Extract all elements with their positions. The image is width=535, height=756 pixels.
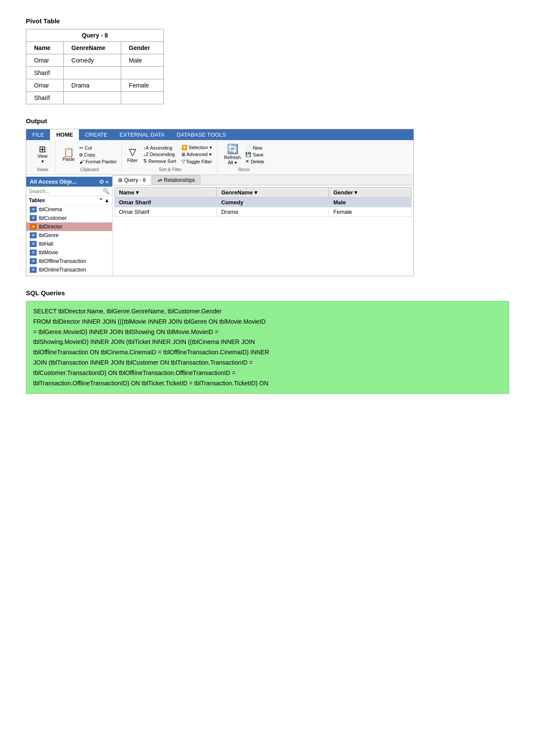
sidebar-title: All Access Obje... — [30, 178, 77, 185]
ascending-label: Ascending — [150, 145, 172, 150]
cell: Comedy — [63, 54, 121, 67]
result-col-name-label: Name — [119, 189, 134, 196]
query-tab-relationships[interactable]: ⇌ Relationships — [152, 175, 200, 185]
query-header: Query - 8 — [26, 29, 164, 42]
sidebar-item-tblgenre[interactable]: ⊞ tblGenre — [26, 231, 112, 240]
table-icon: ⊞ — [30, 232, 37, 238]
sidebar: All Access Obje... ⊙ « 🔍 Tables ⌃ ▲ ⊞ tb… — [26, 175, 113, 276]
sidebar-controls: ⊙ « — [99, 178, 109, 185]
refresh-icon: 🔄 — [227, 144, 238, 155]
toggle-filter-icon: ▽ — [181, 159, 185, 164]
sort-icon: ▾ — [254, 189, 257, 196]
copy-button[interactable]: ⧉ Copy — [78, 152, 118, 158]
col-header-name: Name — [26, 42, 64, 54]
query-tab-label: Query - 8 — [124, 177, 146, 183]
sql-box: SELECT tblDirector.Name, tblGenre.GenreN… — [26, 301, 509, 394]
table-icon: ⊞ — [30, 215, 37, 221]
cut-label: Cut — [84, 145, 92, 150]
table-icon: ⊞ — [30, 206, 37, 212]
sidebar-item-tblcinema[interactable]: ⊞ tblCinema — [26, 205, 112, 214]
table-icon: ⊞ — [30, 241, 37, 247]
sidebar-item-label: tblCinema — [39, 206, 62, 212]
result-col-name[interactable]: Name ▾ — [115, 187, 217, 198]
sidebar-item-label: tblDirector — [39, 224, 63, 230]
table-icon: ⊞ — [30, 267, 37, 273]
advanced-button[interactable]: ⊞ Advanced ▾ — [180, 151, 213, 158]
descending-button[interactable]: ↓Z Descending — [142, 151, 177, 157]
filter-icon: ▽ — [129, 147, 136, 158]
copy-icon: ⧉ — [79, 152, 83, 158]
table-row: Omar Drama Female — [26, 79, 164, 92]
delete-icon: ✕ — [245, 159, 249, 164]
refresh-button[interactable]: 🔄 Refresh All ▾ — [222, 143, 243, 166]
tab-external-data[interactable]: EXTERNAL DATA — [113, 129, 171, 140]
sidebar-item-tblofflinetransaction[interactable]: ⊞ tblOfflineTransaction — [26, 257, 112, 266]
sort-filter-content: ▽ Filter ↑A Ascending ↓Z Descending — [127, 143, 213, 166]
records-label: Recor — [238, 167, 250, 172]
output-section: Output FILE HOME CREATE EXTERNAL DATA DA… — [26, 117, 509, 276]
remove-sort-icon: ⇅ — [143, 158, 147, 164]
filter-button[interactable]: ▽ Filter — [127, 147, 138, 163]
clipboard-content: 📋 Paste ✂ Cut ⧉ Copy 🖌 — [61, 143, 118, 166]
format-painter-icon: 🖌 — [79, 159, 84, 164]
sidebar-item-tblmovie[interactable]: ⊞ tblMovie — [26, 248, 112, 257]
ribbon-group-clipboard: 📋 Paste ✂ Cut ⧉ Copy 🖌 — [57, 142, 122, 173]
sidebar-item-tblcustomer[interactable]: ⊞ tblCustomer — [26, 214, 112, 222]
access-window: FILE HOME CREATE EXTERNAL DATA DATABASE … — [26, 129, 414, 276]
record-btns: 📄 New 💾 Save ✕ Delete — [244, 144, 266, 165]
cell: Drama — [63, 79, 121, 92]
save-icon: 💾 — [245, 152, 251, 157]
remove-sort-button[interactable]: ⇅ Remove Sort — [142, 158, 177, 164]
selection-button[interactable]: 🔽 Selection ▾ — [180, 144, 213, 151]
advanced-icon: ⊞ — [181, 152, 185, 157]
sidebar-item-tbldirector[interactable]: ⊞ tblDirector — [26, 222, 112, 231]
filter-label: Filter — [127, 158, 138, 163]
cell — [121, 92, 163, 104]
tables-section-header: Tables ⌃ ▲ — [26, 196, 112, 205]
descending-label: Descending — [150, 152, 175, 157]
sort-icon: ▾ — [354, 189, 357, 196]
view-label: View — [38, 153, 48, 159]
advanced-label: Advanced ▾ — [187, 152, 212, 157]
save-button[interactable]: 💾 Save — [244, 151, 266, 158]
new-label: New — [253, 145, 262, 150]
sidebar-item-label: tblCustomer — [39, 215, 67, 221]
ribbon-group-records: 🔄 Refresh All ▾ 📄 New 💾 Save — [219, 142, 269, 173]
sql-line-1: SELECT tblDirector.Name, tblGenre.GenreN… — [33, 306, 502, 317]
ribbon-body: ⊞ View ▾ Views 📋 Paste ✂ — [26, 140, 413, 175]
view-button[interactable]: ⊞ View ▾ — [36, 144, 50, 165]
tab-create[interactable]: CREATE — [79, 129, 113, 140]
search-input[interactable] — [29, 188, 103, 194]
result-col-genrename-label: GenreName — [221, 189, 253, 196]
paste-button[interactable]: 📋 Paste — [61, 147, 76, 162]
delete-button[interactable]: ✕ Delete — [244, 158, 266, 165]
cut-button[interactable]: ✂ Cut — [78, 145, 118, 151]
table-row: Sharif — [26, 92, 164, 104]
sidebar-search-bar[interactable]: 🔍 — [26, 187, 112, 196]
sidebar-item-tblhall[interactable]: ⊞ tblHall — [26, 240, 112, 248]
view-arrow: ▾ — [41, 159, 44, 164]
result-col-gender[interactable]: Gender ▾ — [329, 187, 412, 198]
ribbon-group-views: ⊞ View ▾ Views — [30, 142, 56, 173]
toggle-filter-button[interactable]: ▽ Toggle Filter — [180, 158, 213, 165]
cell — [63, 92, 121, 104]
format-painter-button[interactable]: 🖌 Format Painter — [78, 159, 118, 165]
sql-line-8: tblTransaction.OfflineTransactionID) ON … — [33, 378, 502, 389]
result-table: Name ▾ GenreName ▾ Gender ▾ — [114, 187, 412, 217]
tab-home[interactable]: HOME — [50, 129, 79, 140]
sidebar-item-label: tblOfflineTransaction — [39, 258, 86, 264]
sidebar-item-label: tblOnlineTransaction — [39, 267, 86, 273]
ascending-button[interactable]: ↑A Ascending — [142, 145, 177, 151]
ribbon-tabs: FILE HOME CREATE EXTERNAL DATA DATABASE … — [26, 129, 413, 140]
result-col-genrename[interactable]: GenreName ▾ — [217, 187, 329, 198]
sidebar-item-tblonlinetransaction[interactable]: ⊞ tblOnlineTransaction — [26, 266, 112, 274]
result-table-wrap: Name ▾ GenreName ▾ Gender ▾ — [113, 185, 413, 219]
tab-database-tools[interactable]: DATABASE TOOLS — [171, 129, 232, 140]
new-icon: 📄 — [245, 145, 251, 150]
sort-filter-label: Sort & Filter — [159, 167, 181, 172]
tab-file[interactable]: FILE — [26, 129, 50, 140]
new-button[interactable]: 📄 New — [244, 144, 266, 151]
sort-icon: ▾ — [136, 189, 139, 196]
cell — [121, 67, 163, 79]
query-tab-8[interactable]: ⊞ Query - 8 — [113, 175, 151, 185]
